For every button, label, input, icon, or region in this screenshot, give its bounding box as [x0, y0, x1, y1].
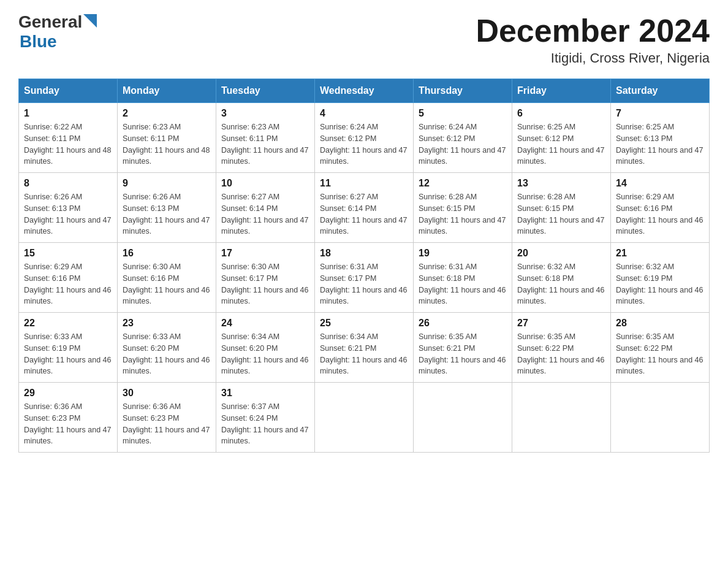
table-row: [611, 383, 710, 453]
table-row: 23 Sunrise: 6:33 AM Sunset: 6:20 PM Dayl…: [118, 313, 216, 383]
day-info: Sunrise: 6:33 AM Sunset: 6:20 PM Dayligh…: [123, 331, 211, 377]
day-info: Sunrise: 6:32 AM Sunset: 6:18 PM Dayligh…: [517, 261, 605, 307]
day-number: 23: [123, 318, 211, 329]
day-number: 11: [320, 178, 408, 189]
day-number: 10: [221, 178, 309, 189]
table-row: 22 Sunrise: 6:33 AM Sunset: 6:19 PM Dayl…: [19, 313, 118, 383]
day-info: Sunrise: 6:36 AM Sunset: 6:23 PM Dayligh…: [123, 401, 211, 447]
day-info: Sunrise: 6:33 AM Sunset: 6:19 PM Dayligh…: [24, 331, 112, 377]
calendar-week-row: 29 Sunrise: 6:36 AM Sunset: 6:23 PM Dayl…: [19, 383, 710, 453]
col-tuesday: Tuesday: [216, 79, 315, 103]
day-number: 4: [320, 108, 408, 119]
calendar-week-row: 1 Sunrise: 6:22 AM Sunset: 6:11 PM Dayli…: [19, 103, 710, 173]
table-row: 27 Sunrise: 6:35 AM Sunset: 6:22 PM Dayl…: [512, 313, 611, 383]
table-row: 31 Sunrise: 6:37 AM Sunset: 6:24 PM Dayl…: [216, 383, 315, 453]
day-number: 5: [419, 108, 507, 119]
day-number: 16: [123, 248, 211, 259]
day-number: 6: [517, 108, 605, 119]
col-thursday: Thursday: [414, 79, 512, 103]
day-number: 30: [123, 388, 211, 399]
calendar-table: Sunday Monday Tuesday Wednesday Thursday…: [18, 79, 710, 453]
logo-general-text: General: [18, 12, 82, 32]
day-info: Sunrise: 6:23 AM Sunset: 6:11 PM Dayligh…: [221, 121, 309, 167]
day-number: 31: [221, 388, 309, 399]
table-row: 5 Sunrise: 6:24 AM Sunset: 6:12 PM Dayli…: [414, 103, 512, 173]
logo-arrow-icon: [83, 14, 97, 28]
day-info: Sunrise: 6:31 AM Sunset: 6:17 PM Dayligh…: [320, 261, 408, 307]
day-info: Sunrise: 6:29 AM Sunset: 6:16 PM Dayligh…: [616, 191, 704, 237]
logo: General Blue: [18, 12, 97, 52]
table-row: 28 Sunrise: 6:35 AM Sunset: 6:22 PM Dayl…: [611, 313, 710, 383]
day-info: Sunrise: 6:26 AM Sunset: 6:13 PM Dayligh…: [123, 191, 211, 237]
day-number: 1: [24, 108, 112, 119]
table-row: 11 Sunrise: 6:27 AM Sunset: 6:14 PM Dayl…: [315, 173, 414, 243]
day-number: 15: [24, 248, 112, 259]
day-info: Sunrise: 6:30 AM Sunset: 6:17 PM Dayligh…: [221, 261, 309, 307]
logo-blue-text: Blue: [20, 32, 57, 51]
day-number: 3: [221, 108, 309, 119]
calendar-title: December 2024: [476, 12, 710, 49]
table-row: 16 Sunrise: 6:30 AM Sunset: 6:16 PM Dayl…: [118, 243, 216, 313]
day-info: Sunrise: 6:27 AM Sunset: 6:14 PM Dayligh…: [320, 191, 408, 237]
day-info: Sunrise: 6:25 AM Sunset: 6:13 PM Dayligh…: [616, 121, 704, 167]
col-sunday: Sunday: [19, 79, 118, 103]
day-number: 22: [24, 318, 112, 329]
day-number: 2: [123, 108, 211, 119]
day-number: 28: [616, 318, 704, 329]
day-info: Sunrise: 6:26 AM Sunset: 6:13 PM Dayligh…: [24, 191, 112, 237]
table-row: 3 Sunrise: 6:23 AM Sunset: 6:11 PM Dayli…: [216, 103, 315, 173]
day-number: 19: [419, 248, 507, 259]
calendar-week-row: 8 Sunrise: 6:26 AM Sunset: 6:13 PM Dayli…: [19, 173, 710, 243]
table-row: 12 Sunrise: 6:28 AM Sunset: 6:15 PM Dayl…: [414, 173, 512, 243]
day-number: 7: [616, 108, 704, 119]
day-number: 21: [616, 248, 704, 259]
day-number: 18: [320, 248, 408, 259]
svg-marker-0: [83, 14, 97, 28]
table-row: 8 Sunrise: 6:26 AM Sunset: 6:13 PM Dayli…: [19, 173, 118, 243]
table-row: 30 Sunrise: 6:36 AM Sunset: 6:23 PM Dayl…: [118, 383, 216, 453]
day-number: 9: [123, 178, 211, 189]
table-row: 9 Sunrise: 6:26 AM Sunset: 6:13 PM Dayli…: [118, 173, 216, 243]
day-info: Sunrise: 6:24 AM Sunset: 6:12 PM Dayligh…: [419, 121, 507, 167]
day-number: 20: [517, 248, 605, 259]
day-number: 25: [320, 318, 408, 329]
table-row: 18 Sunrise: 6:31 AM Sunset: 6:17 PM Dayl…: [315, 243, 414, 313]
day-info: Sunrise: 6:35 AM Sunset: 6:21 PM Dayligh…: [419, 331, 507, 377]
day-info: Sunrise: 6:28 AM Sunset: 6:15 PM Dayligh…: [517, 191, 605, 237]
table-row: 29 Sunrise: 6:36 AM Sunset: 6:23 PM Dayl…: [19, 383, 118, 453]
day-number: 12: [419, 178, 507, 189]
day-number: 24: [221, 318, 309, 329]
table-row: 13 Sunrise: 6:28 AM Sunset: 6:15 PM Dayl…: [512, 173, 611, 243]
day-info: Sunrise: 6:32 AM Sunset: 6:19 PM Dayligh…: [616, 261, 704, 307]
day-info: Sunrise: 6:22 AM Sunset: 6:11 PM Dayligh…: [24, 121, 112, 167]
day-info: Sunrise: 6:37 AM Sunset: 6:24 PM Dayligh…: [221, 401, 309, 447]
table-row: [315, 383, 414, 453]
day-number: 8: [24, 178, 112, 189]
day-number: 14: [616, 178, 704, 189]
table-row: 20 Sunrise: 6:32 AM Sunset: 6:18 PM Dayl…: [512, 243, 611, 313]
calendar-week-row: 15 Sunrise: 6:29 AM Sunset: 6:16 PM Dayl…: [19, 243, 710, 313]
table-row: 10 Sunrise: 6:27 AM Sunset: 6:14 PM Dayl…: [216, 173, 315, 243]
day-info: Sunrise: 6:31 AM Sunset: 6:18 PM Dayligh…: [419, 261, 507, 307]
table-row: 19 Sunrise: 6:31 AM Sunset: 6:18 PM Dayl…: [414, 243, 512, 313]
table-row: [414, 383, 512, 453]
table-row: 24 Sunrise: 6:34 AM Sunset: 6:20 PM Dayl…: [216, 313, 315, 383]
day-info: Sunrise: 6:36 AM Sunset: 6:23 PM Dayligh…: [24, 401, 112, 447]
col-monday: Monday: [118, 79, 216, 103]
table-row: 25 Sunrise: 6:34 AM Sunset: 6:21 PM Dayl…: [315, 313, 414, 383]
day-info: Sunrise: 6:30 AM Sunset: 6:16 PM Dayligh…: [123, 261, 211, 307]
day-info: Sunrise: 6:28 AM Sunset: 6:15 PM Dayligh…: [419, 191, 507, 237]
day-info: Sunrise: 6:23 AM Sunset: 6:11 PM Dayligh…: [123, 121, 211, 167]
table-row: 1 Sunrise: 6:22 AM Sunset: 6:11 PM Dayli…: [19, 103, 118, 173]
col-saturday: Saturday: [611, 79, 710, 103]
day-number: 17: [221, 248, 309, 259]
table-row: 17 Sunrise: 6:30 AM Sunset: 6:17 PM Dayl…: [216, 243, 315, 313]
day-info: Sunrise: 6:35 AM Sunset: 6:22 PM Dayligh…: [517, 331, 605, 377]
table-row: 2 Sunrise: 6:23 AM Sunset: 6:11 PM Dayli…: [118, 103, 216, 173]
day-number: 29: [24, 388, 112, 399]
day-info: Sunrise: 6:25 AM Sunset: 6:12 PM Dayligh…: [517, 121, 605, 167]
table-row: 15 Sunrise: 6:29 AM Sunset: 6:16 PM Dayl…: [19, 243, 118, 313]
day-number: 26: [419, 318, 507, 329]
calendar-location: Itigidi, Cross River, Nigeria: [551, 50, 710, 66]
col-friday: Friday: [512, 79, 611, 103]
